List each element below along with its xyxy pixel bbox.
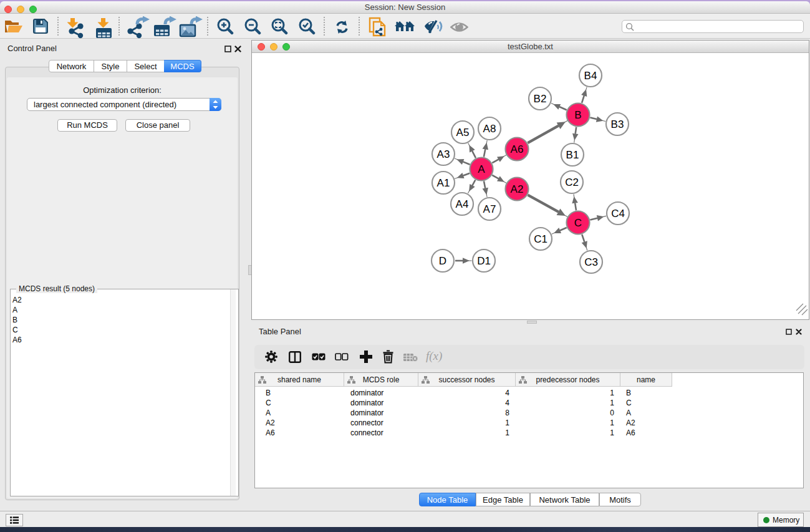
- svg-text:D1: D1: [477, 255, 491, 267]
- svg-text:B4: B4: [584, 70, 597, 82]
- svg-text:A4: A4: [456, 198, 469, 210]
- svg-text:B1: B1: [566, 149, 579, 161]
- svg-text:A1: A1: [437, 177, 450, 189]
- svg-text:C4: C4: [611, 208, 625, 220]
- svg-text:B3: B3: [611, 118, 624, 130]
- svg-text:D: D: [439, 255, 446, 267]
- svg-text:A6: A6: [511, 143, 524, 155]
- svg-text:A5: A5: [456, 127, 470, 138]
- svg-text:A3: A3: [437, 148, 450, 160]
- svg-text:B2: B2: [534, 93, 547, 105]
- svg-text:B: B: [574, 109, 581, 121]
- svg-text:A: A: [478, 163, 485, 175]
- svg-text:A7: A7: [483, 203, 496, 215]
- svg-text:A8: A8: [483, 123, 496, 135]
- svg-text:A2: A2: [511, 183, 524, 195]
- svg-text:C3: C3: [584, 256, 598, 268]
- svg-text:C: C: [574, 217, 582, 229]
- svg-text:C1: C1: [534, 233, 547, 245]
- svg-text:C2: C2: [565, 177, 579, 188]
